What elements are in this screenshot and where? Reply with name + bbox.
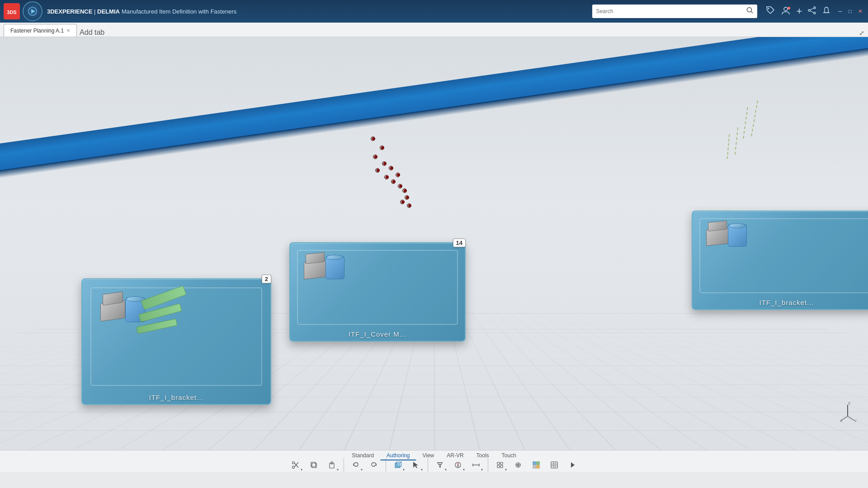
svg-point-6: [768, 8, 769, 9]
svg-marker-40: [437, 463, 443, 468]
toolbar-tab-touch[interactable]: Touch: [495, 451, 523, 460]
svg-marker-64: [571, 462, 575, 468]
platform-base-2: 14 ITF_I_Cover M...: [289, 242, 466, 342]
search-icon[interactable]: [746, 7, 754, 16]
tab-bar: Fastener Planning A.1 ✕ Add tab ⤢: [0, 23, 868, 37]
add-tab-button[interactable]: Add tab: [80, 28, 104, 37]
svg-point-12: [814, 12, 816, 14]
svg-text:Y: Y: [854, 419, 857, 423]
maximize-button[interactable]: □: [847, 8, 854, 14]
svg-point-23: [292, 466, 295, 468]
svg-marker-42: [457, 462, 459, 465]
tool-group-edit: ▾ ▾: [287, 456, 340, 474]
svg-rect-55: [533, 462, 536, 465]
svg-rect-49: [497, 465, 500, 468]
card-3-label: ITF_I_bracket...: [693, 296, 868, 309]
svg-point-4: [747, 8, 752, 12]
svg-line-5: [751, 12, 753, 14]
copy-tool[interactable]: [305, 456, 322, 474]
tag-icon[interactable]: [765, 5, 775, 18]
app-logo: 3DS: [4, 3, 20, 19]
axis-indicator: X Y Z: [836, 400, 859, 423]
more-tool[interactable]: [564, 456, 581, 474]
render-tool[interactable]: [528, 456, 545, 474]
platform-base-1: 2 ITF_I_bracket...: [81, 278, 271, 405]
svg-point-7: [784, 7, 788, 11]
active-tab[interactable]: Fastener Planning A.1 ✕: [4, 24, 77, 37]
svg-rect-48: [500, 462, 503, 465]
svg-rect-58: [537, 465, 539, 468]
platform-card-1[interactable]: 2 ITF_I_bracket...: [81, 278, 271, 405]
svg-text:Z: Z: [848, 401, 850, 405]
card-2-label: ITF_I_Cover M...: [290, 328, 465, 341]
module-title: Manufactured Item Definition with Fasten…: [122, 8, 236, 15]
toolbar-tab-view[interactable]: View: [416, 451, 440, 460]
dashed-path-4: [727, 134, 730, 159]
grid-tool[interactable]: [546, 456, 563, 474]
svg-marker-36: [413, 462, 418, 468]
expand-button[interactable]: ⤢: [859, 29, 864, 37]
svg-rect-56: [537, 462, 539, 465]
tab-label: Fastener Planning A.1: [10, 28, 64, 34]
toolbar-tab-arvr[interactable]: AR-VR: [440, 451, 470, 460]
svg-point-22: [292, 461, 295, 464]
brand-title: 3DEXPERIENCE | DELMIA: [47, 8, 120, 15]
viewport[interactable]: 2 ITF_I_bracket... 14: [0, 37, 868, 450]
svg-line-13: [810, 8, 814, 10]
svg-line-14: [810, 11, 814, 13]
toolbar-tab-tools[interactable]: Tools: [470, 451, 495, 460]
close-button[interactable]: ✕: [856, 8, 864, 14]
svg-point-11: [814, 7, 816, 9]
tool-sep-1: [344, 458, 344, 472]
svg-text:X: X: [840, 419, 843, 423]
minimize-button[interactable]: ─: [836, 8, 844, 14]
svg-point-10: [808, 9, 810, 11]
play-button[interactable]: [23, 1, 42, 21]
svg-marker-43: [457, 465, 459, 468]
platform-card-2[interactable]: 14 ITF_I_Cover M...: [289, 242, 466, 342]
user-icon[interactable]: !: [781, 5, 791, 18]
card-2-count: 14: [453, 239, 466, 247]
add-icon[interactable]: +: [796, 5, 802, 17]
notifications-icon[interactable]: [822, 6, 831, 17]
svg-line-24: [295, 463, 299, 468]
svg-rect-50: [500, 465, 503, 468]
dashed-path-1: [751, 100, 758, 136]
card-1-count: 2: [262, 275, 271, 283]
svg-rect-47: [497, 462, 500, 465]
platform-base-3: 20 ITF_I_bracket...: [692, 211, 868, 310]
share-icon[interactable]: [807, 6, 816, 17]
card-1-label: ITF_I_bracket...: [82, 391, 270, 404]
search-bar: [592, 5, 757, 18]
title-bar: 3DS 3DEXPERIENCE | DELMIA Manufactured I…: [0, 0, 868, 23]
platform-card-3[interactable]: 20 ITF_I_bracket...: [692, 211, 868, 310]
bottom-toolbar: Standard Authoring View AR-VR Tools Touc…: [0, 450, 868, 472]
toolbar-tab-standard[interactable]: Standard: [345, 451, 380, 460]
cut-tool[interactable]: ▾: [287, 456, 304, 474]
svg-line-25: [295, 462, 299, 467]
dashed-path-2: [743, 107, 748, 139]
title-bar-actions: ! +: [781, 5, 831, 18]
window-controls: ─ □ ✕: [836, 8, 864, 14]
dashed-path-3: [735, 127, 738, 155]
svg-line-17: [848, 416, 854, 421]
svg-text:3DS: 3DS: [7, 9, 16, 15]
svg-rect-57: [533, 465, 536, 468]
svg-rect-30: [331, 462, 333, 463]
svg-marker-3: [31, 9, 35, 14]
paste-tool[interactable]: ▾: [323, 456, 340, 474]
tab-close-button[interactable]: ✕: [66, 28, 70, 33]
svg-rect-59: [551, 462, 557, 468]
toolbar-tab-authoring[interactable]: Authoring: [380, 451, 416, 460]
search-input[interactable]: [596, 8, 746, 14]
